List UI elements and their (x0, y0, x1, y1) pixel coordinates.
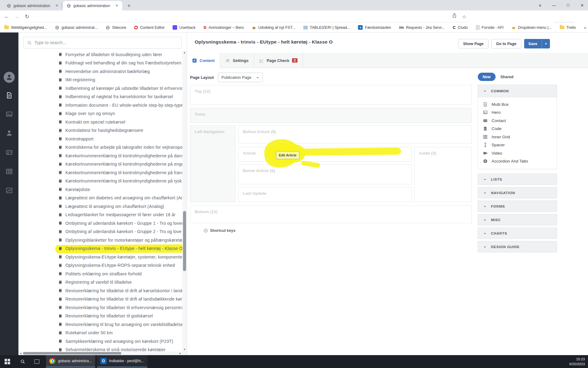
bookmark-item[interactable]: Trello (560, 25, 576, 30)
sidebar-item-analytics[interactable] (6, 187, 13, 194)
list-item[interactable]: Kontrolattest for hastighedsbegrænsere (18, 126, 182, 135)
list-item[interactable]: Køretøjsliste (18, 185, 182, 194)
maximize-button[interactable]: ☐ (562, 0, 574, 10)
list-item[interactable]: Fornyelse af tilladelser til busudlejnin… (18, 50, 182, 59)
region-below-article[interactable]: Below Article (6) (238, 164, 412, 184)
bookmark-item[interactable]: Content Editor (134, 25, 165, 30)
window-close-button[interactable]: ✕ (576, 0, 588, 10)
list-item[interactable]: Kontrolrapport (18, 135, 182, 143)
scrollbar-thumb[interactable] (23, 352, 121, 355)
region-top[interactable]: Top (12) (190, 85, 472, 105)
taskbar-clock[interactable]: 15:23 9/20/2023 (569, 357, 585, 366)
tab-close-icon[interactable]: ✕ (115, 4, 119, 8)
new-tab-button[interactable]: + (125, 2, 133, 9)
bookmark-item[interactable]: TABLEIZER! | Spread... (303, 25, 350, 30)
go-to-page-button[interactable]: Go to Page (491, 39, 521, 48)
component-item[interactable]: Inner Grid (478, 133, 557, 141)
region-left-navigation[interactable]: Left Navigation (190, 125, 236, 202)
sidebar-item-contacts[interactable] (6, 149, 13, 156)
component-item[interactable]: Video (478, 149, 557, 157)
bookmark-item[interactable]: Userback (173, 25, 196, 30)
list-item[interactable]: Revisorerklæring for tilladelse til drif… (18, 295, 182, 304)
minimize-button[interactable]: — (547, 0, 560, 10)
list-item[interactable]: Revisorerklæring for tilladelser til erh… (18, 303, 182, 312)
list-item[interactable]: Kørekortnummererklæring til kontrolmyndi… (18, 160, 182, 169)
list-item[interactable]: Kontrolskema for arbejde på takografer i… (18, 143, 182, 152)
share-icon[interactable] (452, 13, 457, 18)
panel-section-navigation[interactable]: NAVIGATION (478, 187, 557, 198)
panel-section-misc[interactable]: MISC (478, 214, 557, 225)
list-item[interactable]: Ombytning af udenlandsk kørekort - Grupp… (18, 228, 182, 236)
bookmark-item[interactable]: gobasic administrat... (55, 25, 98, 30)
bookmark-item[interactable]: Sitecore (106, 25, 126, 30)
list-item[interactable]: Information document - EU whole-wehicle … (18, 101, 182, 109)
region-bottom[interactable]: Bottom (12) (190, 205, 472, 223)
list-item[interactable]: Lægeattest til ansøgning om chaufførkort… (18, 202, 182, 211)
bookmarks-overflow-chevron[interactable]: » (584, 25, 586, 30)
taskbar-search-icon[interactable] (19, 358, 26, 365)
list-item[interactable]: Revisorerklæring for tilladelser til god… (18, 312, 182, 320)
list-item[interactable]: Klage over syn og omsyn (18, 109, 182, 118)
list-item[interactable]: Ledsagerblanket for medpassagerer til fø… (18, 211, 182, 219)
panel-section-forms[interactable]: FORMS (478, 201, 557, 212)
component-item[interactable]: Spacer (478, 141, 557, 149)
list-item[interactable]: Samtykkeerklæring ved ansøgning om kørek… (18, 337, 182, 346)
component-item[interactable]: Code (478, 125, 557, 133)
save-dropdown-caret[interactable]: ▼ (542, 39, 550, 48)
bookmark-item[interactable]: Dropdown-menu |... (512, 25, 552, 30)
save-button[interactable]: Save (524, 39, 542, 48)
list-item[interactable]: Lægeattest om diabetes ved ansøgning om … (18, 194, 182, 202)
component-item[interactable]: Multi Box (478, 100, 557, 109)
shared-button[interactable]: Shared (500, 75, 513, 79)
region-aside[interactable]: Aside (3) (414, 147, 472, 202)
task-view-icon[interactable] (33, 358, 41, 365)
list-item[interactable]: Registrering af varebil til tilladelse (18, 278, 182, 287)
bookmark-star-icon[interactable]: ☆ (461, 13, 468, 20)
component-item[interactable]: Hero (478, 109, 557, 117)
bookmark-item[interactable]: Webtilgængelighed... (4, 25, 47, 30)
vertical-scrollbar[interactable]: ▲ ▼ (182, 50, 187, 351)
show-page-button[interactable]: Show Page (458, 39, 489, 48)
tab-search-chevron[interactable]: ∨ (534, 0, 547, 10)
search-input[interactable] (34, 40, 177, 45)
region-tools[interactable]: Tools (190, 108, 472, 123)
common-section-header[interactable]: COMMON (478, 85, 557, 97)
list-item[interactable]: Oplysningsblanketter for motorkøretøjer … (18, 236, 182, 244)
avatar[interactable] (4, 72, 15, 83)
sidebar-item-tables[interactable] (6, 168, 13, 175)
list-item[interactable]: Revisorerklæring for tilladelse til drif… (18, 286, 182, 295)
scroll-right-icon[interactable]: ► (178, 351, 182, 355)
list-item[interactable]: Indberetning af nøgletal fra kørselskont… (18, 93, 182, 101)
scroll-up-icon[interactable]: ▲ (182, 50, 187, 55)
taskbar-app-chrome[interactable]: gobasic administra... (46, 355, 95, 367)
tab-settings[interactable]: Settings (220, 53, 254, 68)
back-icon[interactable]: ← (3, 13, 10, 20)
tab-close-icon[interactable]: ✕ (55, 4, 59, 8)
list-item[interactable]: Kørekortnummererklæring til kontrolmyndi… (18, 177, 182, 186)
list-item[interactable]: Revisorerklæring til brug for ansøgning … (18, 320, 182, 329)
list-item[interactable]: Kørekortnummererklæring til kontrolmyndi… (18, 151, 182, 160)
horizontal-scrollbar[interactable]: ◄ ► (18, 351, 187, 355)
list-item[interactable]: Kørekortnummererklæring til kontrolmyndi… (18, 168, 182, 177)
bookmark-item[interactable]: CCludo (453, 25, 468, 30)
scrollbar-thumb[interactable] (183, 211, 186, 271)
list-item[interactable]: Oplysningsskema-EUtype-køretøjer, system… (18, 253, 182, 261)
component-item[interactable]: Accordion And Tabs (478, 157, 557, 166)
new-button[interactable]: New (478, 73, 496, 81)
list-item[interactable]: Kontrakt om speciel rutekørsel (18, 118, 182, 126)
list-item[interactable]: Fuldmagt ved behandling af din sag hos F… (18, 59, 182, 67)
list-item[interactable]: Politiets erklæring om strafbare forhold (18, 270, 182, 278)
browser-tab-active[interactable]: gobasic administration ✕ (63, 1, 122, 10)
panel-section-design-guide[interactable]: DESIGN GUIDE (478, 241, 557, 252)
list-item[interactable]: IMI-registrering (18, 76, 182, 84)
list-item[interactable]: Selvanmelderskema til små motoriserede k… (18, 346, 182, 352)
component-item[interactable]: Contact (478, 117, 557, 125)
bookmark-item[interactable]: Udvikling af nyt FST... (252, 25, 295, 30)
tab-content[interactable]: Content (187, 53, 220, 68)
sidebar-item-users[interactable] (6, 130, 13, 136)
browser-tab[interactable]: gobasic administration ✕ (3, 1, 62, 10)
list-item[interactable]: Ombytning af udenlandsk kørekort - Grupp… (18, 219, 182, 228)
taskbar-app-outlook[interactable]: O Indbakke - peof@fs... (97, 355, 147, 367)
sidebar-item-media[interactable] (6, 111, 13, 117)
panel-section-lists[interactable]: LISTS (478, 174, 557, 185)
